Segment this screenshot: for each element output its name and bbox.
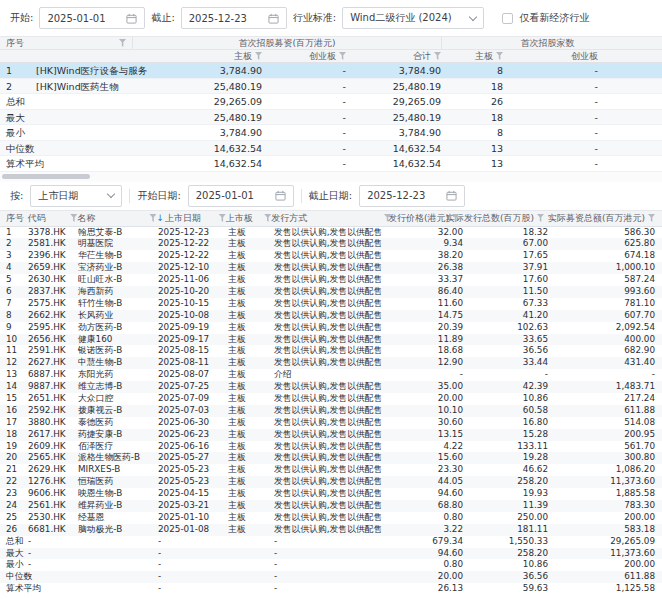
- detail-table-row[interactable]: 221276.HK恒瑞医药2025-05-23主板发售以供认购,发售以供配售44…: [0, 476, 662, 488]
- cell: -: [467, 369, 552, 381]
- summary-table-row[interactable]: 总和29,265.09-29,265.0926-: [0, 94, 662, 110]
- header-total-raise[interactable]: 合计: [346, 50, 441, 62]
- detail-table-row[interactable]: 62837.HK海西新药2025-10-20主板发售以供认购,发售以供配售86.…: [0, 286, 662, 298]
- header-list-date[interactable]: ↓上市日期: [156, 211, 225, 226]
- header-offer-method[interactable]: 发行方式: [271, 211, 391, 226]
- cell: -: [503, 94, 653, 109]
- cell: 发售以供认购,发售以供配售: [274, 345, 395, 357]
- filter-funnel-icon[interactable]: [264, 214, 271, 222]
- industry-standard-select[interactable]: Wind二级行业 (2024): [342, 7, 484, 29]
- filter-funnel-icon[interactable]: [219, 214, 226, 222]
- cell: [228, 548, 274, 560]
- detail-table-row[interactable]: 52630.HK旺山旺水-B2025-11-06主板发售以供认购,发售以供配售3…: [0, 274, 662, 286]
- detail-table-row[interactable]: 13378.HK翰思艾泰-B2025-12-23主板发售以供认购,发售以供配售3…: [0, 227, 662, 239]
- cell: 宝济药业-B: [78, 262, 158, 274]
- filter-funnel-icon[interactable]: [119, 39, 126, 47]
- cell: 映恩生物-B: [78, 488, 158, 500]
- cell: 14: [0, 381, 26, 393]
- header-code[interactable]: 代码: [26, 211, 77, 226]
- cell: 611.88: [552, 405, 662, 417]
- detail-table-row[interactable]: 182617.HK药捷安康-B2025-06-23主板发售以供认购,发售以供配售…: [0, 429, 662, 441]
- filter-funnel-icon[interactable]: [648, 214, 655, 222]
- header-mainboard-count[interactable]: 主板: [441, 50, 503, 62]
- filter-funnel-icon[interactable]: [255, 52, 262, 60]
- summary-table-row[interactable]: 1[HK]Wind医疗设备与服务3,784.90-3,784.908-: [0, 63, 662, 79]
- summary-table-row[interactable]: 算术平均14,632.54-14,632.5413-: [0, 156, 662, 172]
- cell: 94.60: [395, 548, 467, 560]
- cell: 维昇药业-B: [78, 500, 158, 512]
- start-date-input[interactable]: 2025-01-01: [39, 7, 145, 29]
- detail-table-row[interactable]: 122627.HK中慧生物-B2025-08-11主板发售以供认购,发售以供配售…: [0, 357, 662, 369]
- sort-by-select[interactable]: 上市日期: [30, 185, 122, 207]
- detail-table-row[interactable]: 82662.HK长风药业2025-10-08主板发售以供认购,发售以供配售14.…: [0, 310, 662, 322]
- header-gem-raise[interactable]: 创业板: [262, 50, 346, 62]
- detail-table-row[interactable]: 149887.HK维立志博-B2025-07-25主板发售以供认购,发售以供配售…: [0, 381, 662, 393]
- header-amount-raised[interactable]: 实际募资总额(百万港元): [548, 211, 662, 226]
- summary-table-row[interactable]: 中位数14,632.54-14,632.5413-: [0, 141, 662, 157]
- detail-table-row[interactable]: 最小---0.8010.86200.00: [0, 559, 662, 571]
- filter-funnel-icon[interactable]: [339, 52, 346, 60]
- cell: 主板: [228, 227, 274, 239]
- header-seq[interactable]: 序号: [0, 211, 26, 226]
- detail-table-row[interactable]: 中位数---20.0036.56611.88: [0, 571, 662, 583]
- cell: 59.63: [467, 583, 552, 595]
- cell: 发售以供认购,发售以供配售: [274, 310, 395, 322]
- cell: 3,784.90: [132, 63, 262, 78]
- detail-table-row[interactable]: 162592.HK拨康视云-B2025-07-03主板发售以供认购,发售以供配售…: [0, 405, 662, 417]
- detail-table-row[interactable]: 112591.HK银诺医药-B2025-08-15主板发售以供认购,发售以供配售…: [0, 345, 662, 357]
- cell: 1,483.71: [552, 381, 662, 393]
- new-economy-label[interactable]: 仅看新经济行业: [519, 11, 589, 25]
- filter-funnel-icon[interactable]: [70, 214, 77, 222]
- header-board[interactable]: 上市板: [226, 211, 272, 226]
- detail-table-row[interactable]: 算术平均---26.1359.631,125.58: [0, 583, 662, 595]
- detail-table-row[interactable]: 136887.HK东阳光药2025-08-07主板介绍---: [0, 369, 662, 381]
- detail-table-row[interactable]: 32396.HK华芢生物-B2025-12-22主板发售以供认购,发售以供配售3…: [0, 250, 662, 262]
- cell: 主板: [228, 298, 274, 310]
- detail-end-date-input[interactable]: 2025-12-23: [359, 185, 465, 207]
- detail-table-row[interactable]: 242561.HK维昇药业-B2025-03-21主板发售以供认购,发售以供配售…: [0, 500, 662, 512]
- end-date-input[interactable]: 2025-12-23: [181, 7, 287, 29]
- cell: 36.56: [467, 571, 552, 583]
- cell: 29,265.09: [346, 94, 441, 109]
- detail-table-row[interactable]: 152651.HK大众口腔2025-07-09主板发售以供认购,发售以供配售20…: [0, 393, 662, 405]
- detail-table-row[interactable]: 212629.HKMIRXES-B2025-05-23主板发售以供认购,发售以供…: [0, 464, 662, 476]
- detail-table-row[interactable]: 252530.HK经基恩2025-01-10主板发售以供认购,发售以供配售0.8…: [0, 512, 662, 524]
- horizontal-scrollbar[interactable]: [0, 172, 662, 182]
- detail-start-date-input[interactable]: 2025-01-01: [188, 185, 294, 207]
- detail-table-row[interactable]: 202565.HK派格生物医药-B2025-05-27主板发售以供认购,发售以供…: [0, 452, 662, 464]
- detail-table-row[interactable]: 最大---94.60258.2011,373.60: [0, 548, 662, 560]
- detail-table-row[interactable]: 72575.HK轩竹生物-B2025-10-15主板发售以供认购,发售以供配售1…: [0, 298, 662, 310]
- detail-table-row[interactable]: 266681.HK脑动极光-B2025-01-08主板发售以供认购,发售以供配售…: [0, 524, 662, 536]
- cell: 佰泽医疗: [78, 441, 158, 453]
- detail-table-row[interactable]: 总和---679.341,550.3329,265.09: [0, 536, 662, 548]
- header-mainboard-raise[interactable]: 主板: [132, 50, 262, 62]
- cell: 15.28: [467, 429, 552, 441]
- filter-funnel-icon[interactable]: [496, 52, 503, 60]
- cell: 2025-12-22: [158, 250, 228, 262]
- detail-table-row[interactable]: 42659.HK宝济药业-B2025-12-10主板发售以供认购,发售以供配售2…: [0, 262, 662, 274]
- scrollbar-thumb[interactable]: [2, 174, 90, 179]
- calendar-icon: [268, 13, 279, 24]
- detail-table-row[interactable]: 239606.HK映恩生物-B2025-04-15主板发售以供认购,发售以供配售…: [0, 488, 662, 500]
- header-seq[interactable]: 序号: [0, 37, 132, 49]
- cell: 19.93: [467, 488, 552, 500]
- chevron-down-icon: [469, 12, 477, 20]
- header-shares-issued[interactable]: 实际发行总数(百万股): [463, 211, 548, 226]
- filter-funnel-icon[interactable]: [149, 214, 156, 222]
- cell: 发售以供认购,发售以供配售: [274, 274, 395, 286]
- summary-table-row[interactable]: 最大25,480.19-25,480.1918-: [0, 110, 662, 126]
- summary-table-row[interactable]: 2[HK]Wind医药生物25,480.19-25,480.1918-: [0, 79, 662, 95]
- detail-table-row[interactable]: 192609.HK佰泽医疗2025-06-16主板发售以供认购,发售以供配售4.…: [0, 441, 662, 453]
- detail-table-row[interactable]: 173880.HK泰德医药2025-06-30主板发售以供认购,发售以供配售30…: [0, 417, 662, 429]
- cell: -: [262, 110, 346, 125]
- detail-table-row[interactable]: 102656.HK健康1602025-09-17主板发售以供认购,发售以供配售1…: [0, 334, 662, 346]
- header-name[interactable]: 名称: [77, 211, 156, 226]
- cell: 3.22: [395, 524, 467, 536]
- detail-table-row[interactable]: 22581.HK明基医院2025-12-22主板发售以供认购,发售以供配售9.3…: [0, 238, 662, 250]
- filter-funnel-icon[interactable]: [537, 214, 544, 222]
- new-economy-checkbox[interactable]: [502, 13, 513, 24]
- detail-table-row[interactable]: 92595.HK劲方医药-B2025-09-19主板发售以供认购,发售以供配售2…: [0, 322, 662, 334]
- header-gem-count[interactable]: 创业板: [503, 50, 653, 62]
- summary-table-row[interactable]: 最小3,784.90-3,784.908-: [0, 125, 662, 141]
- filter-funnel-icon[interactable]: [434, 52, 441, 60]
